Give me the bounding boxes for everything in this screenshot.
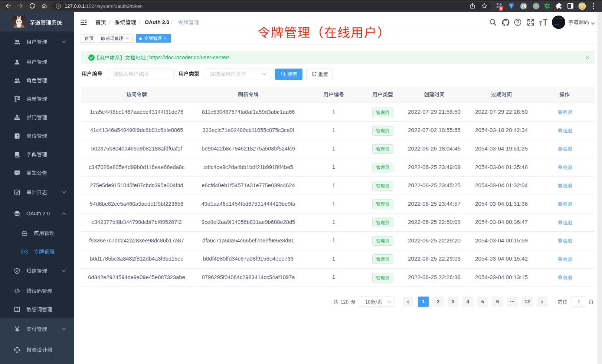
svg-text:9: 9 (500, 7, 502, 11)
